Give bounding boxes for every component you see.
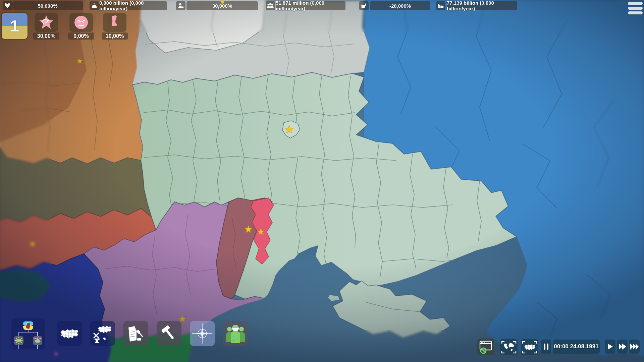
population-stat[interactable]: [266, 1, 275, 10]
treasury-value: 0,000 billion (0,000 billion/year): [99, 0, 167, 11]
money-bag-icon: [91, 3, 98, 9]
fastest-forward-button[interactable]: [629, 340, 640, 354]
fastest-forward-icon: [630, 343, 639, 350]
pause-button[interactable]: [541, 340, 551, 354]
unrest-stat-tile[interactable]: [103, 13, 126, 32]
construction-button[interactable]: [157, 321, 181, 346]
goods-value-bar[interactable]: -20,000%: [370, 1, 430, 10]
rebellion-map-button[interactable]: [90, 321, 115, 346]
date-text: 00:00 24.08.1991: [554, 343, 598, 350]
game-date-display: 00:00 24.08.1991: [553, 340, 600, 354]
treasury-stat[interactable]: [90, 1, 99, 10]
government-tree-icon: [11, 318, 45, 349]
world-map[interactable]: [0, 0, 644, 362]
communism-value-label: 30,00%: [33, 33, 59, 40]
country-flag-tile[interactable]: 1: [2, 13, 28, 39]
person-icon: [177, 3, 184, 9]
laws-button[interactable]: [123, 321, 148, 346]
nato-compass-icon: [192, 323, 213, 344]
anger-value-label: 0,00%: [68, 33, 94, 40]
heart-icon: [4, 3, 11, 9]
play-button[interactable]: [605, 340, 615, 354]
goods-value: -20,000%: [389, 3, 411, 9]
manpower-stat[interactable]: [176, 1, 185, 10]
hamburger-menu-button[interactable]: [628, 2, 643, 15]
provinces-map-button[interactable]: [57, 321, 82, 346]
unrest-value-label: 10,00%: [102, 33, 128, 40]
population-value: 51,871 million (0,000 million/year): [276, 0, 345, 11]
game-screen: 50,000% 0,000 billion (0,000 billion/yea…: [0, 0, 644, 362]
hide-interface-icon: [478, 340, 493, 354]
population-group-icon: [225, 323, 246, 344]
industry-value: 77,139 billion (0,000 billion/year): [447, 0, 517, 11]
happiness-value-bar[interactable]: 50,000%: [12, 1, 83, 10]
industry-stat[interactable]: [436, 1, 445, 10]
hamburger-icon: [628, 2, 643, 5]
goods-stat[interactable]: [359, 1, 369, 10]
alliance-button[interactable]: [190, 321, 215, 346]
pause-icon: [543, 343, 549, 350]
rebellion-map-icon: [93, 324, 113, 343]
fast-forward-button[interactable]: [617, 340, 628, 354]
boot-icon: [107, 15, 122, 30]
world-view-icon: [501, 340, 517, 354]
industry-value-bar[interactable]: 77,139 billion (0,000 billion/year): [447, 1, 517, 10]
hide-interface-button[interactable]: [477, 339, 494, 355]
country-view-button[interactable]: [521, 339, 538, 355]
population-value-bar[interactable]: 51,871 million (0,000 million/year): [276, 1, 345, 10]
country-view-icon: [522, 340, 537, 354]
world-view-button[interactable]: [500, 339, 518, 355]
treasury-value-bar[interactable]: 0,000 billion (0,000 billion/year): [99, 1, 167, 10]
laws-gavel-icon: [126, 325, 145, 342]
manpower-value-bar[interactable]: 30,000%: [186, 1, 258, 10]
population-button[interactable]: [223, 321, 248, 346]
people-icon: [267, 3, 274, 9]
happiness-stat[interactable]: [3, 1, 12, 10]
anger-stat-tile[interactable]: [69, 13, 93, 32]
goods-crate-icon: [361, 3, 367, 9]
top-stat-bar: 50,000% 0,000 billion (0,000 billion/yea…: [0, 0, 644, 11]
angry-face-icon: [73, 15, 89, 30]
government-tree-button[interactable]: [11, 318, 45, 349]
construction-hammer-icon: [160, 324, 178, 343]
country-provinces-icon: [60, 327, 79, 340]
happiness-value: 50,000%: [38, 3, 57, 9]
communism-stat-tile[interactable]: [35, 13, 58, 32]
factory-icon: [437, 3, 444, 9]
communism-star-icon: [38, 15, 54, 30]
country-rank-number: 1: [10, 17, 19, 35]
fast-forward-icon: [619, 343, 627, 350]
play-icon: [607, 343, 613, 350]
